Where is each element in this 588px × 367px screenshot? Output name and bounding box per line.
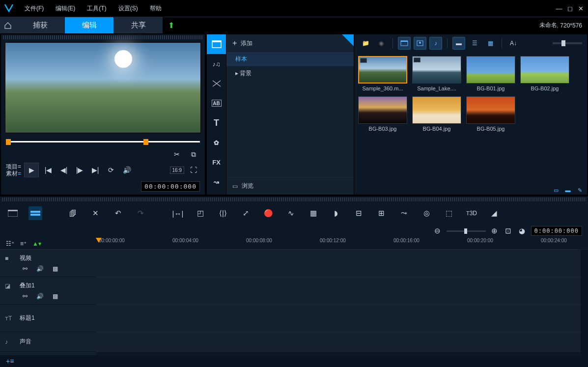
speed-button[interactable]: ▦ — [307, 206, 320, 220]
footer-btn-3[interactable]: ✎ — [575, 187, 584, 194]
chroma-button[interactable]: ◗ — [329, 206, 343, 220]
upload-icon[interactable]: ⬆ — [163, 17, 179, 33]
fx-icon[interactable]: ▩ — [53, 293, 58, 300]
fullscreen-button[interactable]: ⛶ — [187, 164, 200, 176]
import-folder-button[interactable]: 📁 — [359, 37, 372, 50]
mark-in-icon[interactable] — [6, 139, 11, 145]
track-header[interactable]: ■视频⚯🔊▩ — [0, 250, 96, 277]
scrub-bar[interactable] — [6, 137, 200, 146]
goto-start-button[interactable]: |◀ — [42, 164, 55, 176]
pin-icon[interactable] — [342, 34, 354, 46]
zoom-out-button[interactable]: ⊖ — [433, 226, 443, 236]
footer-btn-1[interactable]: ▭ — [552, 187, 560, 194]
track-lane[interactable] — [96, 305, 581, 332]
thumb-item[interactable]: BG-B03.jpg — [358, 96, 407, 132]
resize-button[interactable]: ⤢ — [239, 206, 252, 220]
mute-icon[interactable]: 🔊 — [36, 265, 44, 272]
tab-capture[interactable]: 捕获 — [16, 17, 65, 33]
fit-button[interactable]: |↔| — [171, 206, 185, 220]
sort-button[interactable]: A↓ — [507, 37, 520, 50]
thumb-item[interactable]: BG-B02.jpg — [520, 56, 569, 91]
tab-edit[interactable]: 编辑 — [65, 17, 114, 33]
capture-button[interactable]: ◉ — [375, 37, 388, 50]
fx-icon[interactable]: ▩ — [53, 265, 58, 272]
timeline-view-button[interactable] — [28, 206, 42, 220]
view-list-button[interactable]: ☰ — [468, 37, 481, 50]
replace-button[interactable]: 🗐 — [66, 206, 80, 220]
tracking-button[interactable]: ◎ — [420, 206, 433, 220]
redo-button[interactable]: ↷ — [134, 206, 147, 220]
browse-label[interactable]: 浏览 — [242, 182, 253, 190]
home-button[interactable] — [0, 17, 16, 33]
ripple-button[interactable]: ▲▾ — [32, 240, 41, 247]
filter-photo-button[interactable] — [414, 37, 426, 50]
subtitle-button[interactable]: ⊟ — [352, 206, 365, 220]
undo-button[interactable]: ↶ — [111, 206, 125, 220]
multi-trim-button[interactable]: ⊞ — [374, 206, 388, 220]
crop-button[interactable]: ◰ — [194, 206, 207, 220]
libtab-fx[interactable]: FX — [207, 152, 226, 172]
track-lane[interactable] — [96, 250, 581, 277]
track-options-button[interactable]: ☷⁺ — [6, 240, 14, 247]
track-lane[interactable] — [96, 332, 581, 352]
storyboard-view-button[interactable] — [6, 206, 20, 220]
zoom-slider[interactable] — [447, 230, 486, 232]
track-manager-button[interactable]: ≡⁺ — [20, 240, 27, 247]
tab-share[interactable]: 共享 — [114, 17, 163, 33]
browse-icon[interactable]: ▭ — [232, 183, 238, 190]
fit-project-button[interactable]: ⊡ — [504, 226, 513, 236]
timeline-ruler[interactable]: 00:00:00:0000:00:04:0000:00:08:0000:00:1… — [96, 238, 588, 249]
panel-grip[interactable] — [3, 35, 203, 39]
libtab-effect[interactable]: ✿ — [207, 133, 226, 152]
vertical-scrollbar[interactable] — [581, 250, 588, 355]
menu-file[interactable]: 文件(F) — [20, 1, 49, 16]
track-lane[interactable] — [96, 277, 581, 305]
libtab-media[interactable] — [207, 34, 226, 54]
mute-icon[interactable]: 🔊 — [36, 293, 44, 300]
footer-btn-2[interactable]: ▬ — [563, 187, 572, 194]
menu-help[interactable]: 帮助 — [145, 1, 167, 16]
preview-mode-project[interactable]: 项目= — [6, 163, 21, 170]
preview-timecode[interactable]: 00:00:00:000 — [141, 181, 200, 192]
view-grid-button[interactable]: ▦ — [484, 37, 497, 50]
minimize-button[interactable]: — — [556, 5, 562, 12]
duration-button[interactable]: ◕ — [517, 226, 527, 236]
view-large-button[interactable]: ▬ — [452, 37, 465, 50]
preview-mode-clip[interactable]: 素材= — [6, 170, 21, 177]
zoom-in-button[interactable]: ⊕ — [490, 226, 500, 236]
filter-audio-button[interactable]: ♪ — [429, 37, 442, 50]
add-label[interactable]: 添加 — [241, 39, 252, 48]
libtab-graphic[interactable]: AB — [212, 100, 222, 107]
track-body[interactable] — [96, 250, 581, 355]
link-icon[interactable]: ⚯ — [23, 265, 28, 272]
menu-settings[interactable]: 设置(S) — [113, 1, 143, 16]
prev-frame-button[interactable]: ◀| — [57, 164, 70, 176]
timeline-timecode[interactable]: 0:00:00:000 — [531, 226, 582, 236]
libtab-path[interactable]: ↝ — [207, 172, 226, 192]
tools-button[interactable]: ✕ — [88, 206, 102, 220]
thumb-item[interactable]: BG-B05.jpg — [466, 96, 515, 132]
libtab-title[interactable]: T — [207, 113, 226, 133]
split-clip-button[interactable]: ⧉ — [187, 148, 200, 161]
goto-end-button[interactable]: ▶| — [89, 164, 102, 176]
track-header[interactable]: ♪声音 — [0, 332, 96, 352]
track-header[interactable]: ◪叠加1⚯🔊▩ — [0, 277, 96, 305]
thumb-item[interactable]: BG-B04.jpg — [412, 96, 461, 132]
maximize-button[interactable]: ◻ — [566, 5, 573, 12]
preview-viewport[interactable] — [5, 42, 201, 133]
pan-zoom-button[interactable]: ⟨|⟩ — [216, 206, 230, 220]
timeline-grip[interactable] — [2, 198, 586, 201]
track-header[interactable]: ᴛT标题1 — [0, 305, 96, 332]
filter-video-button[interactable] — [398, 37, 411, 50]
libtab-transition[interactable] — [207, 74, 226, 93]
menu-edit[interactable]: 编辑(E) — [51, 1, 80, 16]
libtab-audio[interactable]: ♪♫ — [207, 54, 226, 74]
thumb-item[interactable]: Sample_360.m... — [358, 56, 407, 91]
add-track-button[interactable]: +≡ — [6, 357, 14, 365]
loop-button[interactable]: ⟳ — [105, 164, 117, 176]
paint-button[interactable]: ◢ — [487, 206, 501, 220]
thumb-item[interactable]: BG-B01.jpg — [466, 56, 515, 91]
mark-out-icon[interactable] — [143, 139, 148, 145]
menu-tools[interactable]: 工具(T) — [82, 1, 111, 16]
tree-item-sample[interactable]: 样本 — [226, 52, 354, 66]
